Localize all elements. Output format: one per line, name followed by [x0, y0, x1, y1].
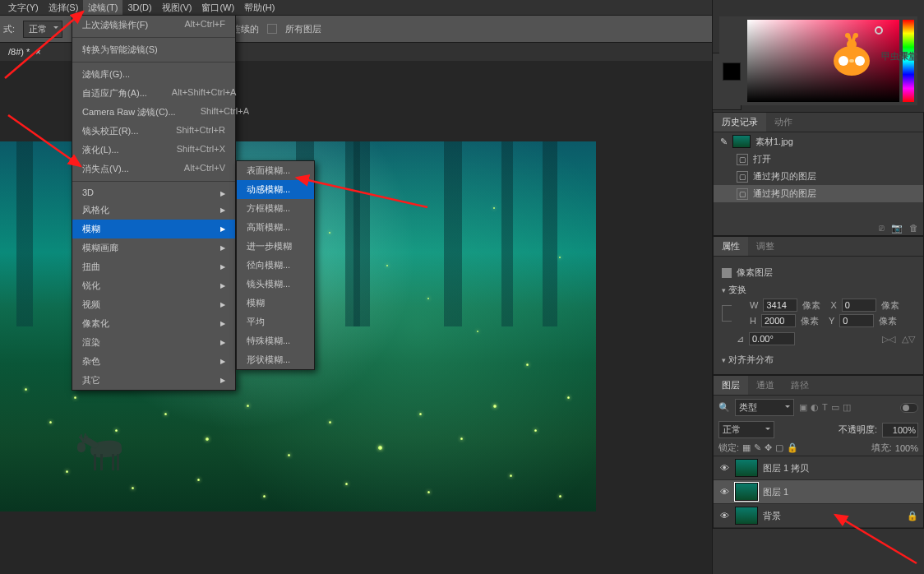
filter-distort[interactable]: 扭曲 [72, 257, 235, 276]
x-input[interactable] [842, 299, 876, 312]
lock-label: 锁定: [718, 442, 739, 454]
angle-input[interactable] [749, 332, 795, 345]
transform-section[interactable]: 变换 [722, 284, 915, 296]
filter-cameraraw[interactable]: Camera Raw 滤镜(C)...Shift+Ctrl+A [72, 103, 235, 122]
visibility-icon[interactable]: 👁 [718, 487, 730, 497]
blur-motion[interactable]: 动感模糊... [237, 180, 314, 199]
visibility-icon[interactable]: 👁 [718, 463, 730, 473]
filter-3d[interactable]: 3D [72, 184, 235, 201]
filter-blur-gallery[interactable]: 模糊画廊 [72, 238, 235, 257]
all-layers-checkbox[interactable] [267, 24, 277, 34]
svg-point-3 [845, 33, 850, 38]
filter-type-icon[interactable]: T [822, 402, 828, 413]
tab-layers[interactable]: 图层 [714, 376, 748, 395]
svg-point-5 [847, 39, 857, 49]
search-icon[interactable]: 🔍 [718, 402, 730, 413]
history-copy2[interactable]: ▢通过拷贝的图层 [714, 185, 923, 202]
new-snapshot-icon[interactable]: 📷 [891, 223, 903, 234]
menu-window[interactable]: 窗口(W) [196, 0, 239, 16]
filter-pixelate[interactable]: 像素化 [72, 314, 235, 333]
link-dimensions-icon[interactable] [722, 305, 732, 322]
menu-text[interactable]: 文字(Y) [3, 0, 44, 16]
lock-artboard-icon[interactable]: ▢ [775, 442, 783, 453]
delete-state-icon[interactable]: 🗑 [909, 223, 918, 234]
menu-select[interactable]: 选择(S) [44, 0, 84, 16]
filter-lens[interactable]: 镜头校正(R)...Shift+Ctrl+R [72, 122, 235, 141]
tab-actions[interactable]: 动作 [766, 113, 801, 132]
filter-toggle[interactable] [900, 403, 918, 413]
filter-other[interactable]: 其它 [72, 371, 235, 390]
svg-point-1 [839, 56, 848, 66]
fill-value[interactable]: 100% [895, 443, 918, 453]
blur-surface[interactable]: 表面模糊... [237, 161, 314, 180]
lock-transparent-icon[interactable]: ▦ [742, 442, 751, 453]
filter-shape-icon[interactable]: ▭ [831, 402, 839, 413]
history-source[interactable]: ✎素材1.jpg [714, 132, 923, 150]
filter-sharpen[interactable]: 锐化 [72, 276, 235, 295]
blur-blur[interactable]: 模糊 [237, 294, 314, 312]
blur-further[interactable]: 进一步模糊 [237, 237, 314, 256]
blur-average[interactable]: 平均 [237, 312, 314, 331]
brush-icon: ✎ [720, 137, 728, 147]
filter-liquify[interactable]: 液化(L)...Shift+Ctrl+X [72, 141, 235, 160]
menu-3d[interactable]: 3D(D) [122, 1, 156, 14]
flip-h-icon[interactable]: ▷◁ [882, 334, 895, 345]
align-section[interactable]: 对齐并分布 [722, 354, 915, 366]
history-open[interactable]: ▢打开 [714, 150, 923, 168]
opacity-label: 不透明度: [839, 424, 877, 436]
filter-gallery[interactable]: 滤镜库(G)... [72, 65, 235, 84]
close-tab-icon[interactable]: × [35, 47, 40, 57]
filter-render[interactable]: 渲染 [72, 333, 235, 352]
w-input[interactable] [763, 299, 797, 312]
menu-view[interactable]: 视图(V) [157, 0, 197, 16]
flip-v-icon[interactable]: △▽ [902, 334, 915, 345]
blur-lens[interactable]: 镜头模糊... [237, 275, 314, 294]
filter-last[interactable]: 上次滤镜操作(F)Alt+Ctrl+F [72, 16, 235, 35]
filter-smart[interactable]: 转换为智能滤镜(S) [72, 40, 235, 59]
filter-blur[interactable]: 模糊 [72, 220, 235, 238]
tab-paths[interactable]: 路径 [783, 376, 817, 395]
foreground-swatch[interactable] [723, 62, 741, 81]
tab-history[interactable]: 历史记录 [714, 113, 766, 132]
filter-pixel-icon[interactable]: ▣ [799, 402, 807, 413]
filter-adaptive[interactable]: 自适应广角(A)...Alt+Shift+Ctrl+A [72, 84, 235, 103]
menu-filter[interactable]: 滤镜(T) [83, 0, 122, 16]
filter-video[interactable]: 视频 [72, 295, 235, 314]
blur-box[interactable]: 方框模糊... [237, 199, 314, 218]
blur-radial[interactable]: 径向模糊... [237, 256, 314, 275]
filter-type-select[interactable]: 类型 [735, 399, 794, 416]
layer-row-1copy[interactable]: 👁图层 1 拷贝 [714, 456, 923, 480]
new-doc-from-state-icon[interactable]: ⎚ [879, 223, 885, 234]
blur-submenu: 表面模糊... 动感模糊... 方框模糊... 高斯模糊... 进一步模糊 径向… [236, 160, 315, 370]
visibility-icon[interactable]: 👁 [718, 511, 730, 521]
history-copy1[interactable]: ▢通过拷贝的图层 [714, 168, 923, 185]
blur-gaussian[interactable]: 高斯模糊... [237, 218, 314, 237]
layers-panel: 图层 通道 路径 🔍 类型 ▣ ◐ T ▭ ◫ 正常 不透明度: 100% 锁定… [713, 375, 924, 529]
bug-icon [825, 33, 878, 79]
lock-all-icon[interactable]: 🔒 [787, 442, 798, 453]
layer-row-1[interactable]: 👁图层 1 [714, 480, 923, 504]
filter-stylize[interactable]: 风格化 [72, 201, 235, 220]
svg-rect-6 [849, 59, 854, 62]
layer-row-bg[interactable]: 👁背景🔒 [714, 504, 923, 528]
mode-select[interactable]: 正常 [23, 21, 62, 38]
tab-channels[interactable]: 通道 [748, 376, 783, 395]
menu-help[interactable]: 帮助(H) [239, 0, 280, 16]
tab-properties[interactable]: 属性 [714, 237, 748, 256]
filter-vanish[interactable]: 消失点(V)...Alt+Ctrl+V [72, 160, 235, 178]
blur-shape[interactable]: 形状模糊... [237, 350, 314, 369]
properties-panel: 属性 调整 像素图层 变换 W像素X像素 H像素Y像素 ⊿ ▷◁△▽ 对齐并分布 [713, 236, 924, 375]
blend-mode-select[interactable]: 正常 [718, 421, 774, 438]
filter-adjust-icon[interactable]: ◐ [811, 402, 819, 413]
tab-adjustments[interactable]: 调整 [748, 237, 783, 256]
document-tab[interactable]: /8#) * × [3, 44, 46, 59]
filter-noise[interactable]: 杂色 [72, 352, 235, 371]
filter-smart-icon[interactable]: ◫ [843, 402, 851, 413]
lock-pixels-icon[interactable]: ✎ [754, 442, 761, 453]
all-layers-label: 所有图层 [285, 23, 321, 35]
lock-position-icon[interactable]: ✥ [765, 442, 772, 453]
blur-special[interactable]: 特殊模糊... [237, 331, 314, 350]
y-input[interactable] [839, 314, 874, 327]
h-input[interactable] [761, 314, 796, 327]
opacity-value[interactable]: 100% [882, 423, 918, 437]
